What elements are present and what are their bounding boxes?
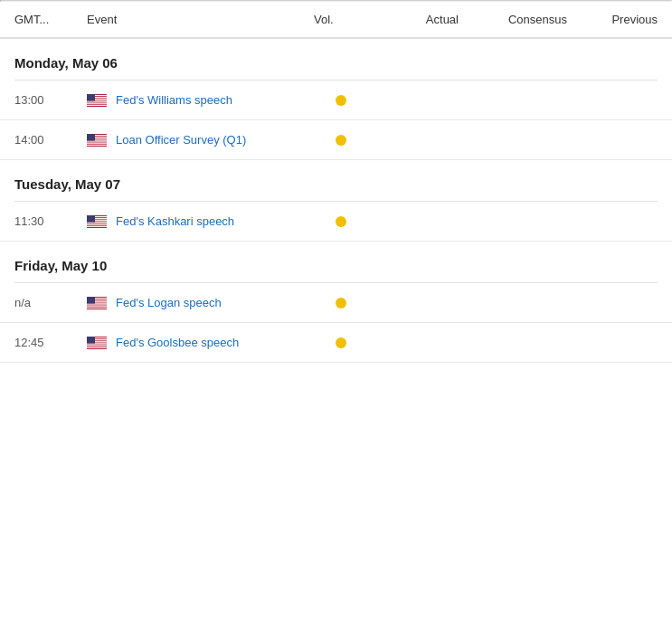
vol-cell	[314, 298, 368, 309]
section-friday-may-10: Friday, May 10n/aFed's Logan speech12:45…	[0, 242, 672, 363]
svg-rect-36	[87, 223, 107, 223]
event-time: 14:00	[14, 133, 87, 147]
svg-rect-49	[87, 303, 107, 304]
header-gmt: GMT...	[14, 13, 87, 26]
event-name[interactable]: Fed's Williams speech	[116, 93, 232, 107]
svg-rect-64	[87, 344, 107, 345]
section-title-monday-may-06: Monday, May 06	[0, 39, 672, 80]
vol-dot	[336, 135, 346, 146]
header-event: Event	[87, 13, 314, 26]
vol-cell	[314, 135, 368, 146]
svg-rect-9	[87, 102, 107, 103]
vol-dot	[336, 95, 346, 106]
svg-rect-39	[87, 225, 107, 226]
svg-rect-22	[87, 141, 107, 142]
svg-rect-65	[87, 345, 107, 346]
table-row: 12:45Fed's Goolsbee speech	[0, 323, 672, 363]
svg-rect-12	[87, 105, 107, 106]
calendar-sections: Monday, May 0613:00Fed's Williams speech…	[0, 39, 672, 363]
us-flag-icon	[87, 94, 107, 107]
section-title-friday-may-10: Friday, May 10	[0, 242, 672, 282]
section-tuesday-may-07: Tuesday, May 0711:30Fed's Kashkari speec…	[0, 160, 672, 242]
event-name[interactable]: Fed's Goolsbee speech	[116, 336, 239, 349]
event-time: n/a	[14, 296, 87, 309]
vol-dot	[336, 298, 346, 309]
section-title-tuesday-may-07: Tuesday, May 07	[0, 160, 672, 201]
vol-dot	[336, 337, 346, 348]
table-row: 13:00Fed's Williams speech	[0, 81, 672, 120]
event-time: 11:30	[14, 214, 87, 228]
svg-rect-68	[87, 347, 107, 348]
us-flag-icon	[87, 297, 107, 309]
svg-rect-35	[87, 222, 107, 223]
svg-rect-50	[87, 304, 107, 305]
svg-rect-63	[87, 343, 107, 344]
svg-rect-8	[87, 101, 107, 102]
svg-rect-25	[87, 144, 107, 145]
svg-rect-38	[87, 224, 107, 225]
event-name-cell: Fed's Logan speech	[87, 296, 314, 309]
vol-cell	[314, 337, 368, 348]
us-flag-icon	[87, 134, 107, 147]
us-flag-icon	[87, 337, 107, 349]
svg-rect-52	[87, 306, 107, 307]
svg-rect-7	[87, 100, 107, 101]
svg-rect-21	[87, 140, 107, 141]
svg-rect-11	[87, 104, 107, 105]
svg-rect-41	[87, 215, 95, 223]
svg-rect-10	[87, 103, 107, 104]
table-header: GMT... Event Vol. Actual Consensus Previ…	[0, 2, 672, 39]
svg-rect-24	[87, 143, 107, 144]
svg-rect-69	[87, 337, 95, 344]
svg-rect-40	[87, 226, 107, 227]
svg-rect-66	[87, 346, 107, 347]
svg-rect-53	[87, 307, 107, 308]
svg-rect-51	[87, 305, 107, 306]
section-monday-may-06: Monday, May 0613:00Fed's Williams speech…	[0, 39, 672, 160]
vol-dot	[336, 216, 346, 227]
svg-rect-54	[87, 308, 107, 309]
event-name-cell: Fed's Williams speech	[87, 93, 314, 107]
event-name[interactable]: Fed's Logan speech	[116, 296, 222, 309]
event-time: 12:45	[14, 336, 87, 349]
header-consensus: Consensus	[459, 13, 567, 26]
table-row: 11:30Fed's Kashkari speech	[0, 202, 672, 242]
header-actual: Actual	[368, 13, 459, 26]
svg-rect-27	[87, 134, 95, 141]
vol-cell	[314, 216, 368, 227]
vol-cell	[314, 95, 368, 106]
svg-rect-26	[87, 145, 107, 146]
table-row: n/aFed's Logan speech	[0, 283, 672, 323]
header-previous: Previous	[567, 13, 658, 26]
svg-rect-23	[87, 142, 107, 143]
event-name-cell: Loan Officer Survey (Q1)	[87, 133, 314, 147]
event-name-cell: Fed's Kashkari speech	[87, 214, 314, 228]
event-name[interactable]: Fed's Kashkari speech	[116, 214, 234, 228]
us-flag-icon	[87, 215, 107, 228]
header-vol: Vol.	[314, 13, 368, 26]
svg-rect-67	[87, 347, 107, 347]
svg-rect-37	[87, 223, 107, 224]
event-time: 13:00	[14, 93, 87, 107]
event-name[interactable]: Loan Officer Survey (Q1)	[116, 133, 246, 147]
svg-rect-55	[87, 297, 95, 304]
table-row: 14:00Loan Officer Survey (Q1)	[0, 120, 672, 160]
svg-rect-13	[87, 94, 95, 101]
event-name-cell: Fed's Goolsbee speech	[87, 336, 314, 349]
